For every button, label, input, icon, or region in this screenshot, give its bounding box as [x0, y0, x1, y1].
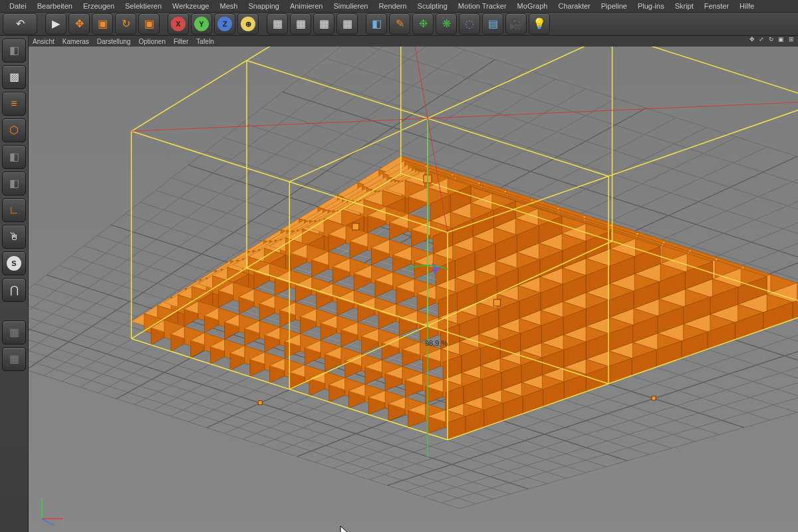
add-spline-button[interactable]: ✎ — [389, 13, 410, 35]
main-toolbar: ↶ ▶ ✥ ▣ ↻ ▣ X Y Z ⊕ ▦ ▦ ▦ ▦ ◧ ✎ ❉ ❋ ◌ ▤ … — [0, 13, 798, 36]
viewport-canvas[interactable]: 98,9 % — [29, 47, 798, 532]
clapper4-icon: ▦ — [342, 19, 352, 29]
point-icon: ⬡ — [9, 125, 19, 136]
undo-icon: ↶ — [16, 19, 25, 29]
add-generator-button[interactable]: ❉ — [412, 13, 434, 35]
menu-plugins[interactable]: Plug-ins — [632, 1, 670, 11]
undo-button[interactable]: ↶ — [3, 13, 37, 35]
render-settings-button[interactable]: ▦ — [313, 13, 334, 35]
add-camera-button[interactable]: 🎥 — [505, 13, 527, 35]
menu-werkzeuge[interactable]: Werkzeuge — [167, 1, 214, 11]
svg-rect-898 — [652, 396, 656, 400]
point-mode-button[interactable]: ⬡ — [2, 118, 26, 142]
rotate-icon: ↻ — [122, 19, 130, 29]
render-view-button[interactable]: ▦ — [267, 13, 288, 35]
mode-dock: ◧ ▩ ≡ ⬡ ◧ ◧ ∟ 🖱 S ⋂ ▦ ▦ — [0, 36, 29, 532]
axis-mode-button[interactable]: ∟ — [2, 198, 26, 222]
scene-svg — [29, 47, 798, 532]
vmenu-darstellung[interactable]: Darstellung — [97, 38, 131, 45]
add-light-button[interactable]: 💡 — [529, 13, 550, 35]
menu-pipeline[interactable]: Pipeline — [596, 1, 632, 11]
viewport[interactable]: Ansicht Kameras Darstellung Optionen Fil… — [29, 36, 798, 532]
menu-datei[interactable]: Datei — [4, 1, 32, 11]
menu-simulieren[interactable]: Simulieren — [328, 1, 373, 11]
light-icon: 💡 — [533, 19, 546, 29]
poly-icon: ◧ — [9, 178, 19, 189]
polygon-mode-button[interactable]: ◧ — [2, 172, 26, 196]
vmenu-optionen[interactable]: Optionen — [138, 38, 166, 45]
axis-z-toggle[interactable]: Z — [214, 13, 235, 35]
axis-x-toggle[interactable]: X — [168, 13, 189, 35]
vmenu-kameras[interactable]: Kameras — [63, 38, 89, 45]
deformer-icon: ❋ — [442, 19, 451, 29]
viewport-menu: Ansicht Kameras Darstellung Optionen Fil… — [29, 36, 798, 47]
select-tool[interactable]: ▶ — [45, 13, 66, 35]
make-editable-button[interactable]: ◧ — [2, 39, 26, 63]
menu-selektieren[interactable]: Selektieren — [120, 1, 167, 11]
menu-snapping[interactable]: Snapping — [243, 1, 285, 11]
model-mode-button[interactable]: ▩ — [2, 65, 26, 89]
svg-line-903 — [42, 519, 54, 525]
last-icon: ▣ — [144, 19, 154, 29]
menu-bearbeiten[interactable]: Bearbeiten — [32, 1, 78, 11]
vmenu-filter[interactable]: Filter — [174, 38, 188, 45]
add-deformer-button[interactable]: ❋ — [436, 13, 457, 35]
tweak-mode-button[interactable]: 🖱 — [2, 225, 26, 249]
axis-gizmo-icon — [35, 492, 68, 525]
floor-icon: ▤ — [488, 19, 498, 29]
scale-percent-label: 98,9 % — [425, 339, 448, 347]
snap-toggle-button[interactable]: S — [2, 251, 26, 275]
render-pv-button[interactable]: ▦ — [290, 13, 311, 35]
rotate-tool[interactable]: ↻ — [115, 13, 136, 35]
workplane-button[interactable]: ▦ — [2, 321, 26, 344]
clapper3-icon: ▦ — [319, 19, 329, 29]
add-floor-button[interactable]: ▤ — [482, 13, 503, 35]
menu-fenster[interactable]: Fenster — [699, 1, 734, 11]
viewport-nav-icons[interactable]: ✥ ⤢ ↻ ▣ ⊞ — [749, 36, 795, 43]
scale-tool[interactable]: ▣ — [92, 13, 113, 35]
axis-icon: ∟ — [9, 205, 19, 215]
mouse-icon: 🖱 — [9, 231, 19, 242]
clapper-icon: ▦ — [273, 19, 283, 29]
render-region-button[interactable]: ▦ — [336, 13, 358, 35]
cube-icon: ◧ — [372, 19, 382, 29]
world-toggle[interactable]: ⊕ — [237, 13, 259, 35]
edge-mode-button[interactable]: ◧ — [2, 145, 26, 169]
move-icon: ✥ — [75, 19, 84, 29]
menu-animieren[interactable]: Animieren — [285, 1, 329, 11]
y-icon: Y — [194, 17, 209, 31]
world-icon: ⊕ — [241, 17, 255, 31]
texture-mode-button[interactable]: ≡ — [2, 92, 26, 116]
vmenu-ansicht[interactable]: Ansicht — [33, 38, 55, 45]
last-tool[interactable]: ▣ — [138, 13, 160, 35]
clapper2-icon: ▦ — [296, 19, 306, 29]
z-icon: Z — [217, 17, 232, 31]
svg-rect-895 — [352, 223, 359, 230]
workplane-lock-button[interactable]: ▦ — [2, 347, 26, 371]
magnet-button[interactable]: ⋂ — [2, 278, 26, 302]
model-icon: ▩ — [9, 72, 19, 82]
menu-mesh[interactable]: Mesh — [214, 1, 243, 11]
menu-erzeugen[interactable]: Erzeugen — [78, 1, 120, 11]
menu-hilfe[interactable]: Hilfe — [734, 1, 759, 11]
move-tool[interactable]: ✥ — [68, 13, 90, 35]
generator-icon: ❉ — [419, 19, 428, 29]
vmenu-tafeln[interactable]: Tafeln — [196, 38, 214, 45]
cursor-icon: ▶ — [52, 19, 60, 29]
editable-icon: ◧ — [9, 45, 19, 56]
menu-motiontracker[interactable]: Motion Tracker — [453, 1, 512, 11]
svg-rect-896 — [493, 299, 500, 306]
axis-y-toggle[interactable]: Y — [191, 13, 212, 35]
menu-charakter[interactable]: Charakter — [553, 1, 595, 11]
edge-icon: ◧ — [9, 152, 19, 162]
add-primitive-button[interactable]: ◧ — [366, 13, 387, 35]
menu-rendern[interactable]: Rendern — [373, 1, 412, 11]
texture-icon: ≡ — [11, 98, 17, 109]
env-icon: ◌ — [465, 19, 474, 29]
main-menu-bar: Datei Bearbeiten Erzeugen Selektieren We… — [0, 0, 798, 13]
menu-mograph[interactable]: MoGraph — [512, 1, 553, 11]
mouse-cursor-icon — [340, 525, 352, 532]
menu-sculpting[interactable]: Sculpting — [412, 1, 453, 11]
add-environment-button[interactable]: ◌ — [459, 13, 480, 35]
menu-skript[interactable]: Skript — [670, 1, 699, 11]
